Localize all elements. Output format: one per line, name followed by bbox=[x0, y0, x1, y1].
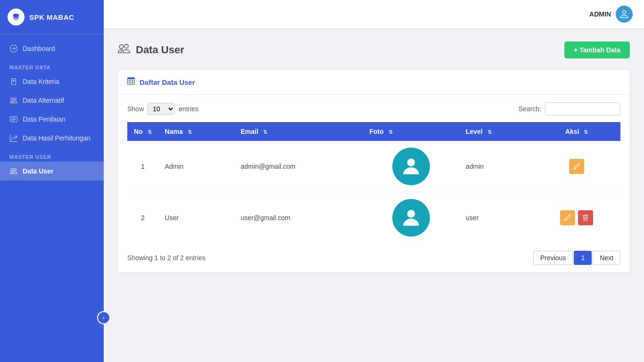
cell-aksi-2 bbox=[533, 192, 620, 244]
add-data-button[interactable]: + Tambah Data bbox=[564, 41, 630, 58]
sidebar-item-data-penilaian[interactable]: Data Penilaian bbox=[0, 110, 104, 129]
sort-icon-level: ⇅ bbox=[487, 129, 492, 135]
sidebar-section-master-user: MASTER USER bbox=[0, 148, 104, 162]
svg-point-3 bbox=[407, 158, 415, 166]
cell-email-1: admin@gmail.com bbox=[234, 141, 363, 192]
sidebar-collapse-button[interactable]: ‹ bbox=[97, 311, 110, 324]
next-button[interactable]: Next bbox=[593, 251, 620, 265]
pagination-info: Showing 1 to 2 of 2 entries bbox=[127, 254, 206, 262]
table-icon bbox=[127, 77, 135, 87]
entries-label: entries bbox=[179, 105, 198, 113]
table-body: 1 Admin admin@gmail.com bbox=[127, 141, 620, 243]
page-content: Data User + Tambah Data Daftar Data User… bbox=[104, 28, 644, 362]
previous-button[interactable]: Previous bbox=[533, 251, 573, 265]
entries-select[interactable]: 10 25 50 100 bbox=[148, 103, 175, 115]
table-row: 2 User user@gmail.com bbox=[127, 192, 620, 244]
main-content: ADMIN Data User + Tambah Data bbox=[104, 0, 644, 362]
svg-point-2 bbox=[13, 17, 19, 20]
page-1-button[interactable]: 1 bbox=[574, 251, 592, 265]
action-buttons-2 bbox=[539, 210, 614, 225]
cell-nama-2: User bbox=[158, 192, 234, 244]
app-name: SPK MABAC bbox=[29, 13, 74, 21]
pagination-wrap: Showing 1 to 2 of 2 entries Previous 1 N… bbox=[127, 251, 620, 265]
search-label: Search: bbox=[519, 105, 541, 113]
penilaian-icon bbox=[9, 115, 18, 123]
sidebar-item-label: Dashboard bbox=[23, 45, 55, 52]
user-group-icon bbox=[9, 167, 18, 175]
col-header-foto[interactable]: Foto ⇅ bbox=[363, 122, 459, 141]
sidebar-item-label: Data User bbox=[23, 167, 53, 175]
sort-icon-no: ⇅ bbox=[148, 129, 152, 135]
table-row: 1 Admin admin@gmail.com bbox=[127, 141, 620, 192]
page-title-wrap: Data User bbox=[118, 42, 184, 58]
cell-foto-1 bbox=[363, 141, 459, 192]
page-header: Data User + Tambah Data bbox=[118, 41, 630, 58]
cell-email-2: user@gmail.com bbox=[234, 192, 363, 244]
edit-button-2[interactable] bbox=[560, 210, 575, 225]
topbar-user: ADMIN bbox=[589, 6, 633, 23]
sidebar-item-label: Data Hasil Perhitungan bbox=[23, 134, 91, 142]
pagination: Previous 1 Next bbox=[533, 251, 620, 265]
users-icon bbox=[118, 42, 130, 58]
cell-no-2: 2 bbox=[127, 192, 158, 244]
table-header-row: No ⇅ Nama ⇅ Email ⇅ bbox=[127, 122, 620, 141]
sort-icon-aksi: ⇅ bbox=[584, 129, 588, 135]
search-input[interactable] bbox=[545, 102, 620, 115]
sidebar-item-label: Data Kriteria bbox=[23, 78, 59, 85]
sidebar-item-dashboard[interactable]: Dashboard bbox=[0, 39, 104, 58]
cell-no-1: 1 bbox=[127, 141, 158, 192]
card-header-title: Daftar Data User bbox=[140, 78, 195, 86]
sidebar: SPK MABAC Dashboard MASTER DATA Data Kri… bbox=[0, 0, 104, 362]
user-photo-1 bbox=[392, 148, 430, 185]
show-entries-control: Show 10 25 50 100 entries bbox=[127, 103, 198, 115]
sort-icon-email: ⇅ bbox=[263, 129, 267, 135]
col-header-email[interactable]: Email ⇅ bbox=[234, 122, 363, 141]
cell-foto-2 bbox=[363, 192, 459, 244]
user-avatar-icon bbox=[616, 6, 633, 23]
hasil-icon bbox=[9, 134, 18, 142]
data-user-card: Daftar Data User Show 10 25 50 100 entri… bbox=[118, 70, 630, 272]
cell-nama-1: Admin bbox=[158, 141, 234, 192]
sidebar-item-label: Data Alternatif bbox=[23, 97, 64, 104]
topbar: ADMIN bbox=[104, 0, 644, 28]
card-body: Show 10 25 50 100 entries Search: bbox=[118, 95, 630, 272]
col-header-no[interactable]: No ⇅ bbox=[127, 122, 158, 141]
sidebar-section-master-data: MASTER DATA bbox=[0, 58, 104, 72]
sidebar-item-data-alternatif[interactable]: Data Alternatif bbox=[0, 91, 104, 110]
logo-icon bbox=[8, 8, 25, 25]
dashboard-icon bbox=[9, 44, 18, 53]
sidebar-item-data-kriteria[interactable]: Data Kriteria bbox=[0, 72, 104, 91]
sidebar-item-data-user[interactable]: Data User bbox=[0, 162, 104, 181]
search-control: Search: bbox=[519, 102, 620, 115]
cell-level-1: admin bbox=[459, 141, 533, 192]
action-buttons-1 bbox=[539, 159, 614, 174]
sidebar-logo: SPK MABAC bbox=[0, 0, 104, 34]
alternatif-icon bbox=[9, 96, 18, 105]
delete-button-2[interactable] bbox=[578, 210, 593, 225]
svg-point-4 bbox=[407, 210, 415, 218]
show-label: Show bbox=[127, 105, 144, 113]
sort-icon-foto: ⇅ bbox=[388, 129, 393, 135]
col-header-level[interactable]: Level ⇅ bbox=[459, 122, 533, 141]
cell-level-2: user bbox=[459, 192, 533, 244]
sidebar-item-label: Data Penilaian bbox=[23, 115, 66, 123]
sidebar-navigation: Dashboard MASTER DATA Data Kriteria Data… bbox=[0, 34, 104, 362]
user-photo-2 bbox=[392, 199, 430, 237]
data-user-table: No ⇅ Nama ⇅ Email ⇅ bbox=[127, 122, 620, 243]
page-title: Data User bbox=[136, 44, 184, 56]
sort-icon-nama: ⇅ bbox=[188, 129, 192, 135]
edit-button-1[interactable] bbox=[569, 159, 584, 174]
topbar-username: ADMIN bbox=[589, 10, 611, 18]
card-header: Daftar Data User bbox=[118, 70, 630, 95]
sidebar-item-data-hasil[interactable]: Data Hasil Perhitungan bbox=[0, 129, 104, 148]
cell-aksi-1 bbox=[533, 141, 620, 192]
kriteria-icon bbox=[9, 77, 18, 86]
col-header-nama[interactable]: Nama ⇅ bbox=[158, 122, 234, 141]
table-controls: Show 10 25 50 100 entries Search: bbox=[127, 102, 620, 115]
col-header-aksi[interactable]: Aksi ⇅ bbox=[533, 122, 620, 141]
